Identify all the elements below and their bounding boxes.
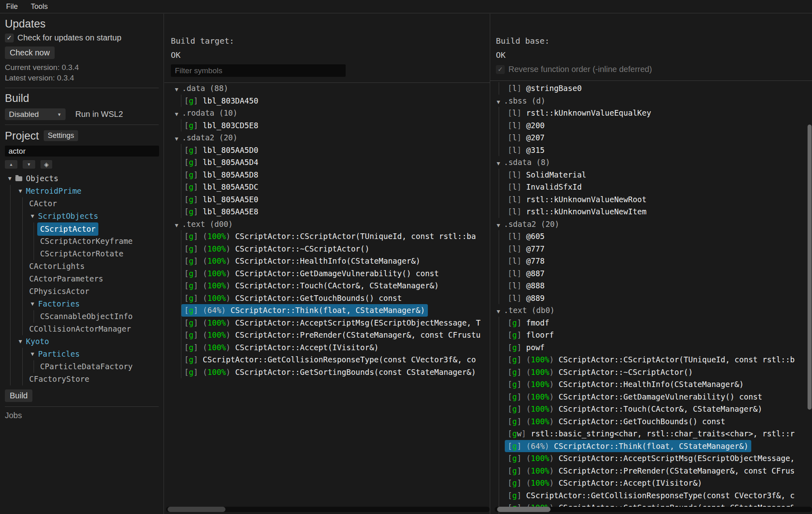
symbol-row[interactable]: [g] lbl_805AA5D0 bbox=[164, 144, 490, 157]
tree-item-CCollisionActorManager[interactable]: CCollisionActorManager bbox=[5, 323, 159, 335]
section-header-row[interactable]: ▼.rodata (10) bbox=[164, 107, 490, 119]
symbol-row[interactable]: [l] @889 bbox=[490, 292, 812, 305]
section-header-row[interactable]: ▼.sdata2 (20) bbox=[164, 131, 490, 144]
symbol-row[interactable]: [g] (100%) CScriptActor::HealthInfo(CSta… bbox=[490, 378, 812, 391]
disclosure-triangle-icon[interactable]: ▼ bbox=[497, 309, 500, 314]
build-mode-dropdown[interactable]: Disabled ▼ bbox=[5, 108, 66, 120]
symbol-row[interactable]: [g] (100%) CScriptActor::AcceptScriptMsg… bbox=[490, 452, 812, 465]
tree-item-CScannableObjectInfo[interactable]: CScannableObjectInfo bbox=[5, 310, 159, 323]
symbol-row[interactable]: [g] CScriptActor::GetCollisionResponseTy… bbox=[164, 353, 490, 366]
symbol-row[interactable]: [l] @778 bbox=[490, 255, 812, 267]
symbol-row[interactable]: [l] @stringBase0 bbox=[490, 82, 812, 95]
prev-match-button[interactable]: ▲ bbox=[5, 160, 17, 169]
disclosure-triangle-icon[interactable]: ▼ bbox=[19, 335, 22, 348]
symbol-row[interactable]: [g] (100%) CScriptActor::GetTouchBounds(… bbox=[164, 292, 490, 305]
symbol-row[interactable]: [g] lbl_805AA5E0 bbox=[164, 193, 490, 206]
tree-item-CParticleDataFactory[interactable]: CParticleDataFactory bbox=[5, 360, 159, 373]
filter-symbols-input[interactable] bbox=[171, 64, 346, 77]
tree-item-CActorParameters[interactable]: CActorParameters bbox=[5, 273, 159, 285]
locate-current-button[interactable]: ◈ bbox=[40, 160, 52, 169]
symbol-row[interactable]: [g] lbl_803DA450 bbox=[164, 95, 490, 107]
symbol-row[interactable]: [g] lbl_805AA5D8 bbox=[164, 169, 490, 181]
tree-item-CFactoryStore[interactable]: CFactoryStore bbox=[5, 373, 159, 385]
disclosure-triangle-icon[interactable]: ▼ bbox=[175, 223, 178, 228]
section-header-row[interactable]: ▼.data (88) bbox=[164, 82, 490, 95]
symbol-row[interactable]: [g] (100%) CScriptActor::GetDamageVulner… bbox=[490, 391, 812, 403]
disclosure-triangle-icon[interactable]: ▼ bbox=[497, 223, 500, 228]
symbol-row[interactable]: [g] (100%) CScriptActor::AcceptScriptMsg… bbox=[164, 317, 490, 329]
symbol-row[interactable]: [l] @777 bbox=[490, 243, 812, 255]
symbol-row[interactable]: [g] lbl_805AA5E8 bbox=[164, 205, 490, 218]
symbol-row[interactable]: [g] (64%) CScriptActor::Think(float, CSt… bbox=[164, 304, 490, 317]
disclosure-triangle-icon[interactable]: ▼ bbox=[8, 172, 11, 185]
symbol-row[interactable]: [g] (100%) CScriptActor::PreRender(CStat… bbox=[490, 465, 812, 477]
menu-file[interactable]: File bbox=[6, 2, 18, 11]
tree-item-CActorLights[interactable]: CActorLights bbox=[5, 260, 159, 273]
section-header-row[interactable]: ▼.text (d00) bbox=[164, 218, 490, 231]
tree-item-Kyoto[interactable]: ▼Kyoto bbox=[5, 335, 159, 348]
symbol-row[interactable]: [l] @887 bbox=[490, 267, 812, 280]
symbol-row[interactable]: [l] @200 bbox=[490, 119, 812, 132]
symbol-row[interactable]: [g] fmodf bbox=[490, 317, 812, 329]
tree-item-Particles[interactable]: ▼Particles bbox=[5, 348, 159, 360]
symbol-row[interactable]: [l] @207 bbox=[490, 131, 812, 144]
symbol-row[interactable]: [l] @888 bbox=[490, 279, 812, 292]
section-header-row[interactable]: ▼.sbss (d) bbox=[490, 95, 812, 107]
tree-item-CScriptActorKeyframe[interactable]: CScriptActorKeyframe bbox=[5, 235, 159, 247]
project-settings-button[interactable]: Settings bbox=[44, 130, 78, 141]
symbol-row[interactable]: [g] (100%) CScriptActor::~CScriptActor() bbox=[490, 366, 812, 379]
symbol-row[interactable]: [g] floorf bbox=[490, 329, 812, 341]
tree-item-ScriptObjects[interactable]: ▼ScriptObjects bbox=[5, 210, 159, 222]
symbol-row[interactable]: [l] @315 bbox=[490, 144, 812, 157]
symbol-row[interactable]: [g] (100%) CScriptActor::Accept(IVisitor… bbox=[490, 477, 812, 489]
base-vscrollbar-thumb[interactable] bbox=[808, 125, 812, 410]
section-header-row[interactable]: ▼.sdata2 (20) bbox=[490, 218, 812, 231]
symbol-row[interactable]: [g] (100%) CScriptActor::PreRender(CStat… bbox=[164, 329, 490, 341]
tree-item-CScriptActorRotate[interactable]: CScriptActorRotate bbox=[5, 247, 159, 260]
symbol-row[interactable]: [g] (100%) CScriptActor::Touch(CActor&, … bbox=[490, 403, 812, 415]
symbol-row[interactable]: [gw] rstl::basic_string<char, rstl::char… bbox=[490, 427, 812, 440]
disclosure-triangle-icon[interactable]: ▼ bbox=[31, 210, 34, 222]
disclosure-triangle-icon[interactable]: ▼ bbox=[175, 112, 178, 117]
symbol-row[interactable]: [l] SolidMaterial bbox=[490, 169, 812, 181]
symbol-row[interactable]: [g] (100%) CScriptActor::GetTouchBounds(… bbox=[490, 415, 812, 428]
disclosure-triangle-icon[interactable]: ▼ bbox=[19, 185, 22, 197]
target-hscrollbar-thumb[interactable] bbox=[168, 507, 225, 512]
tree-item-CActor[interactable]: CActor bbox=[5, 197, 159, 210]
disclosure-triangle-icon[interactable]: ▼ bbox=[497, 99, 500, 105]
disclosure-triangle-icon[interactable]: ▼ bbox=[31, 298, 34, 310]
symbol-row[interactable]: [g] (100%) CScriptActor::Touch(CActor&, … bbox=[164, 279, 490, 292]
tree-item-CPhysicsActor[interactable]: CPhysicsActor bbox=[5, 285, 159, 298]
disclosure-triangle-icon[interactable]: ▼ bbox=[175, 136, 178, 142]
symbol-row[interactable]: [l] rstl::kUnknownValueNewRoot bbox=[490, 193, 812, 206]
symbol-row[interactable]: [g] (64%) CScriptActor::Think(float, CSt… bbox=[490, 440, 812, 453]
section-header-row[interactable]: ▼.sdata (8) bbox=[490, 156, 812, 169]
disclosure-triangle-icon[interactable]: ▼ bbox=[31, 348, 34, 360]
tree-item-MetroidPrime[interactable]: ▼MetroidPrime bbox=[5, 185, 159, 197]
symbol-row[interactable]: [g] (100%) CScriptActor::Accept(IVisitor… bbox=[164, 341, 490, 354]
symbol-row[interactable]: [l] InvalidSfxId bbox=[490, 181, 812, 193]
symbol-row[interactable]: [l] rstl::kUnknownValueEqualKey bbox=[490, 107, 812, 119]
section-header-row[interactable]: ▼.text (db0) bbox=[490, 304, 812, 317]
menu-tools[interactable]: Tools bbox=[31, 2, 48, 11]
symbol-row[interactable]: [g] (100%) CScriptActor::CScriptActor(TU… bbox=[164, 230, 490, 243]
symbol-row[interactable]: [l] rstl::kUnknownValueNewItem bbox=[490, 205, 812, 218]
updates-checkbox-row[interactable]: ✓ Check for updates on startup bbox=[5, 33, 159, 42]
symbol-row[interactable]: [g] lbl_805AA5D4 bbox=[164, 156, 490, 169]
base-hscrollbar-thumb[interactable] bbox=[497, 507, 551, 512]
symbol-row[interactable]: [g] (100%) CScriptActor::GetDamageVulner… bbox=[164, 267, 490, 280]
symbol-row[interactable]: [g] (100%) CScriptActor::GetSortingBound… bbox=[164, 366, 490, 379]
object-search-input[interactable] bbox=[5, 146, 159, 157]
symbol-row[interactable]: [g] (100%) CScriptActor::CScriptActor(TU… bbox=[490, 353, 812, 366]
symbol-row[interactable]: [l] @605 bbox=[490, 230, 812, 243]
symbol-row[interactable]: [g] (100%) CScriptActor::HealthInfo(CSta… bbox=[164, 255, 490, 267]
symbol-row[interactable]: [g] powf bbox=[490, 341, 812, 354]
checkbox-checked-icon[interactable]: ✓ bbox=[5, 34, 14, 42]
tree-item-Objects[interactable]: ▼Objects bbox=[5, 172, 159, 185]
symbol-row[interactable]: [g] CScriptActor::GetCollisionResponseTy… bbox=[490, 489, 812, 502]
next-match-button[interactable]: ▼ bbox=[23, 160, 35, 169]
symbol-row[interactable]: [g] (100%) CScriptActor::~CScriptActor() bbox=[164, 243, 490, 255]
disclosure-triangle-icon[interactable]: ▼ bbox=[175, 87, 178, 92]
symbol-row[interactable]: [g] lbl_803CD5E8 bbox=[164, 119, 490, 132]
symbol-row[interactable]: [g] lbl_805AA5DC bbox=[164, 181, 490, 193]
